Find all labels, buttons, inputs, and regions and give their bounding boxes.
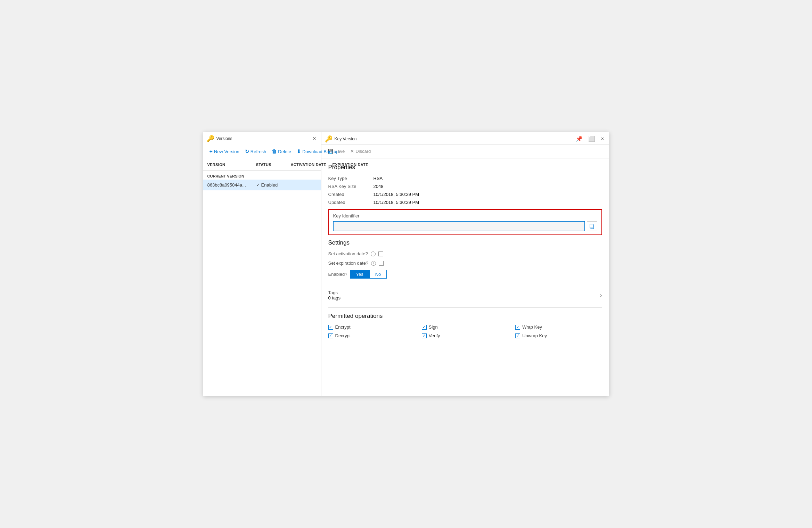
wrap-key-checkbox[interactable]: ✓ [515,325,520,330]
key-identifier-input[interactable] [333,221,585,231]
key-icon-left: 🔑 [207,135,214,142]
sign-check-icon: ✓ [423,325,426,329]
permitted-operations-grid: ✓ Encrypt ✓ Sign ✓ Wrap Key [328,324,602,338]
expiration-date-label: Set expiration date? [328,261,369,266]
table-header: VERSION STATUS ACTIVATION DATE EXPIRATIO… [203,159,321,171]
versions-panel: 🔑 Versions × + New Version ↻ Refresh 🗑 D… [203,132,321,396]
pin-button[interactable]: 📌 [574,135,584,143]
tags-count: 0 tags [328,295,341,300]
refresh-label: Refresh [251,149,266,154]
sign-checkbox[interactable]: ✓ [422,325,427,330]
wrap-key-label: Wrap Key [522,324,542,330]
right-close-button[interactable]: × [599,135,605,143]
op-unwrap-key: ✓ Unwrap Key [515,333,602,338]
version-cell: 863bc8a095044a... [207,182,256,188]
encrypt-check-icon: ✓ [329,325,332,329]
refresh-button[interactable]: ↻ Refresh [243,147,269,156]
left-titlebar: 🔑 Versions × [203,132,321,144]
plus-icon: + [210,148,213,155]
created-value: 10/1/2018, 5:30:29 PM [374,192,419,197]
expiration-date-row: Set expiration date? i [328,261,602,266]
key-version-panel: 🔑 Key Version 📌 ⬜ × 💾 Save ✕ Discar [321,132,609,396]
encrypt-checkbox[interactable]: ✓ [328,325,333,330]
permitted-ops-title: Permitted operations [328,313,602,320]
delete-button[interactable]: 🗑 Delete [270,147,293,156]
left-toolbar: + New Version ↻ Refresh 🗑 Delete ⬇ Downl… [203,144,321,159]
copy-icon [589,223,595,229]
left-close-button[interactable]: × [311,135,317,142]
current-version-label: CURRENT VERSION [203,171,321,180]
copy-button[interactable] [587,221,597,231]
op-decrypt: ✓ Decrypt [328,333,415,338]
op-sign: ✓ Sign [422,324,508,330]
op-encrypt: ✓ Encrypt [328,324,415,330]
refresh-icon: ↻ [245,149,249,154]
decrypt-check-icon: ✓ [329,333,332,338]
activation-date-row: Set activation date? i [328,251,602,256]
no-button[interactable]: No [369,270,387,279]
rsa-key-size-row: RSA Key Size 2048 [328,184,602,189]
activation-date-label: Set activation date? [328,251,368,256]
maximize-icon: ⬜ [588,136,595,142]
right-content: Properties Key Type RSA RSA Key Size 204… [321,158,609,396]
discard-icon: ✕ [350,149,354,154]
activation-date-checkbox[interactable] [378,251,383,256]
unwrap-key-label: Unwrap Key [522,333,547,338]
divider-1 [328,283,602,283]
settings-section-title: Settings [328,239,602,246]
verify-checkbox[interactable]: ✓ [422,333,427,338]
right-title-group: 🔑 Key Version [325,135,357,143]
maximize-button[interactable]: ⬜ [587,135,597,143]
right-titlebar-actions: 📌 ⬜ × [574,135,605,143]
tags-row[interactable]: Tags 0 tags › [328,287,602,304]
download-backup-button[interactable]: ⬇ Download Backup [295,147,341,156]
tags-label: Tags [328,290,341,295]
yes-button[interactable]: Yes [350,270,369,279]
download-backup-label: Download Backup [302,149,339,154]
key-type-value: RSA [374,176,383,181]
op-verify: ✓ Verify [422,333,508,338]
updated-value: 10/1/2018, 5:30:29 PM [374,200,419,205]
op-wrap-key: ✓ Wrap Key [515,324,602,330]
tags-content: Tags 0 tags [328,290,341,300]
discard-button[interactable]: ✕ Discard [348,147,373,155]
col-header-status: STATUS [256,163,291,167]
rsa-key-size-value: 2048 [374,184,384,189]
new-version-button[interactable]: + New Version [207,147,241,156]
left-panel-title: Versions [216,136,232,141]
verify-check-icon: ✓ [423,333,426,338]
left-title-group: 🔑 Versions [207,135,232,142]
created-label: Created [328,192,374,197]
enabled-row: Enabled? Yes No [328,270,602,279]
unwrap-key-checkbox[interactable]: ✓ [515,333,520,338]
right-toolbar: 💾 Save ✕ Discard [321,145,609,158]
table-row[interactable]: 863bc8a095044a... ✓ Enabled [203,180,321,190]
updated-row: Updated 10/1/2018, 5:30:29 PM [328,200,602,205]
check-icon: ✓ [256,182,260,188]
key-identifier-section: Key Identifier [328,209,602,235]
discard-label: Discard [355,149,371,154]
enabled-toggle: Yes No [350,270,387,279]
decrypt-checkbox[interactable]: ✓ [328,333,333,338]
download-icon: ⬇ [297,149,301,154]
col-header-version: VERSION [207,163,256,167]
right-titlebar: 🔑 Key Version 📌 ⬜ × [321,132,609,145]
pin-icon: 📌 [576,136,583,142]
decrypt-label: Decrypt [335,333,351,338]
verify-label: Verify [429,333,440,338]
settings-section: Settings Set activation date? i Set expi… [328,239,602,279]
enabled-label: Enabled? [328,272,347,277]
tags-chevron-icon: › [600,292,602,299]
delete-label: Delete [278,149,291,154]
new-version-label: New Version [214,149,239,154]
expiration-date-checkbox[interactable] [379,261,384,266]
status-cell: ✓ Enabled [256,182,291,188]
delete-icon: 🗑 [272,149,277,154]
updated-label: Updated [328,200,374,205]
col-header-expiration: EXPIRATION DATE [333,163,374,167]
divider-2 [328,307,602,308]
key-icon-right: 🔑 [325,135,333,143]
right-panel-title: Key Version [335,137,357,141]
expiration-info-icon: i [371,261,376,266]
unwrap-key-check-icon: ✓ [516,333,519,338]
